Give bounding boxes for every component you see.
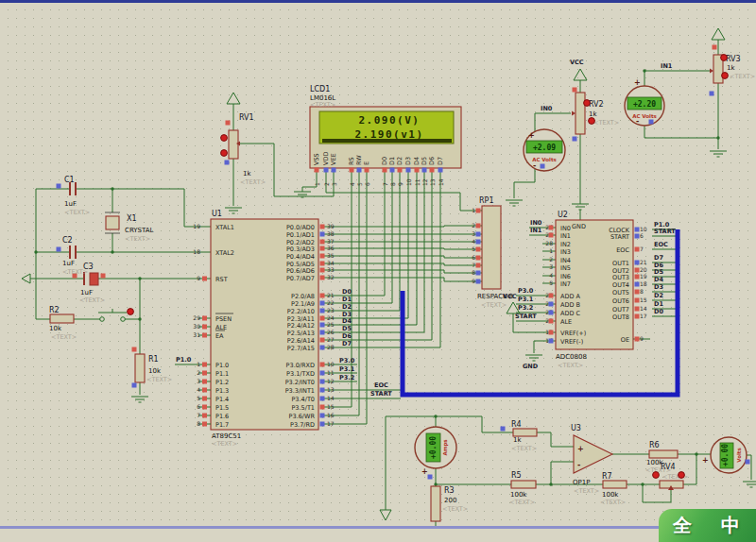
push-button[interactable] [121, 317, 126, 322]
logic-state-indicator [415, 168, 420, 173]
label: RV3 [726, 55, 741, 63]
label: 9 [472, 278, 475, 284]
resistor-r2[interactable] [50, 314, 74, 323]
logic-state-indicator [476, 271, 481, 276]
label: R3 [444, 486, 455, 495]
logic-state-indicator [226, 121, 231, 126]
label: 1uF [62, 260, 75, 267]
pin-name: P1.7 [215, 421, 229, 429]
logic-state-indicator [476, 224, 481, 229]
pot-adjust-button[interactable] [584, 100, 591, 107]
logic-state-indicator [320, 268, 325, 273]
lcd-pin-number: 1 [314, 182, 320, 186]
label: P3.5/T1 [291, 404, 315, 412]
resistor-r6[interactable] [649, 450, 678, 458]
pin-name: P1.3 [215, 387, 229, 395]
respack-rp1[interactable] [482, 206, 501, 289]
logic-state-indicator [635, 290, 640, 295]
wire [321, 270, 482, 273]
logic-state-indicator [320, 309, 325, 313]
label: P3.0/RXD [286, 362, 315, 369]
label: <TEXT> [212, 440, 237, 448]
label: P2.6/A14 [287, 337, 315, 345]
resistor-r1[interactable] [135, 354, 145, 382]
pin-name: P1.4 [215, 396, 229, 403]
label: - [636, 117, 639, 126]
label: D4 [654, 276, 663, 283]
label: - [577, 461, 580, 469]
lcd-pin-number: 14 [438, 178, 444, 186]
pin-number: 30 [193, 323, 200, 330]
label: C3 [83, 263, 94, 271]
label: + [634, 78, 641, 87]
lcd-pin-name: D4 [413, 157, 421, 165]
label: P2.4/A12 [287, 322, 315, 330]
label: EOC [654, 241, 668, 248]
label: START [654, 228, 676, 235]
lcd-pin-number: 7 [382, 182, 388, 186]
pin-name: P1.2 [215, 379, 229, 386]
logic-state-indicator [635, 275, 640, 279]
label: IN7 [560, 280, 571, 288]
label: P0.4/AD4 [286, 253, 315, 261]
lcd-ref: LCD1 [310, 85, 330, 93]
pot-rv1[interactable] [229, 130, 238, 159]
logic-state-indicator [324, 168, 329, 173]
resistor-r5[interactable] [511, 481, 536, 488]
power-terminal-icon [227, 93, 240, 104]
window-bottom-border [0, 526, 756, 529]
pot-adjust-button[interactable] [721, 55, 728, 61]
label: 36 [327, 245, 335, 251]
resistor-r4[interactable] [513, 429, 537, 436]
label: VREF(-) [560, 338, 583, 346]
net-label: D6 [342, 332, 352, 340]
lcd-pin-name: E [363, 161, 370, 165]
logic-state-indicator [549, 233, 554, 238]
label: <TEXT> [558, 362, 583, 369]
label: <TEXT> [79, 296, 105, 304]
push-button[interactable] [100, 317, 105, 322]
lcd-pin-number: 4 [349, 182, 355, 186]
pot-adjust-button[interactable] [722, 73, 729, 79]
meter-value: +2.09 [533, 144, 556, 152]
pot-adjust-button[interactable] [589, 118, 595, 125]
label: IN0 [530, 219, 542, 227]
label: EOC [616, 246, 629, 254]
label: <TEXT> [511, 445, 537, 452]
vcc-label: VCC [503, 293, 517, 300]
label: 5 [472, 246, 475, 252]
junction-dot [643, 69, 645, 72]
label: 35 [327, 252, 335, 259]
watermark-badge: 全 中 [659, 509, 756, 542]
wire [321, 278, 482, 281]
lcd-pin-name: D1 [388, 157, 396, 165]
label: + [421, 467, 428, 476]
label: 7 [640, 246, 644, 252]
label: <TEXT> [240, 178, 266, 186]
label: 8 [472, 269, 475, 276]
logic-state-indicator [332, 168, 336, 173]
pot-adjust-button[interactable] [221, 135, 228, 142]
schematic-canvas[interactable]: U1AT89C51<TEXT>19XTAL118XTAL29RST29PSEN3… [0, 0, 756, 542]
logic-state-indicator [320, 371, 325, 376]
input-terminal-icon [22, 274, 30, 283]
pot-adjust-button[interactable] [128, 309, 134, 315]
wire [747, 455, 751, 480]
pot-adjust-button[interactable] [679, 472, 685, 479]
pot-adjust-button[interactable] [221, 150, 228, 157]
crystal-x1[interactable] [106, 216, 119, 229]
label: 15 [327, 403, 335, 410]
pot-adjust-button[interactable] [653, 472, 660, 479]
label: P0.0/AD0 [286, 224, 315, 231]
label: P3.2 [339, 374, 354, 381]
pot-rv2[interactable] [576, 93, 585, 134]
resistor-r3[interactable] [431, 486, 440, 521]
cap-c3-body[interactable] [90, 273, 98, 285]
junction-dot [34, 250, 37, 253]
label: RV4 [661, 463, 676, 471]
junction-dot [549, 483, 552, 485]
label: ADD B [560, 301, 580, 309]
resistor-r7[interactable] [603, 481, 627, 488]
label: P3.0 [339, 357, 355, 364]
meter-unit: Amps [442, 439, 449, 456]
